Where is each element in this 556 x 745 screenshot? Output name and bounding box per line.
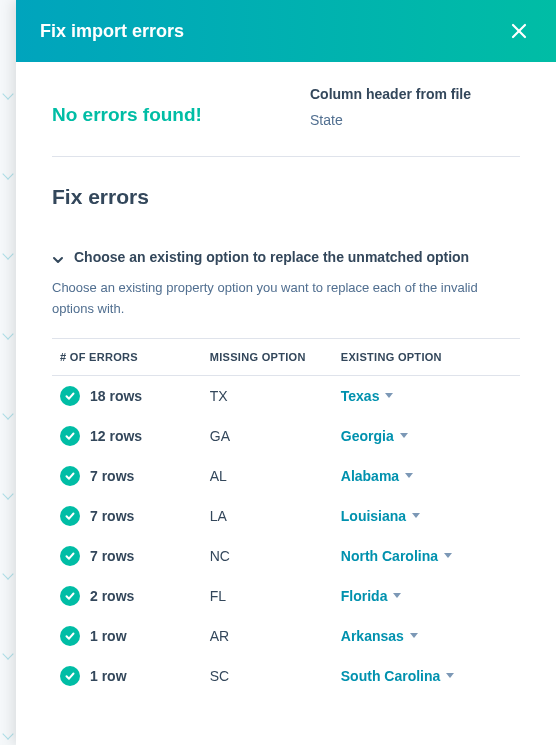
check-icon — [60, 386, 80, 406]
missing-option-cell: SC — [202, 656, 333, 696]
column-header-label: Column header from file — [310, 86, 520, 102]
existing-option-label: Louisiana — [341, 508, 406, 524]
existing-option-label: Florida — [341, 588, 388, 604]
missing-option-text: FL — [210, 588, 226, 604]
error-count-cell: 2 rows — [52, 576, 202, 616]
existing-option-cell: Texas — [333, 375, 520, 416]
caret-down-icon — [444, 553, 452, 558]
error-count-cell: 1 row — [52, 616, 202, 656]
no-errors-message: No errors found! — [52, 104, 286, 126]
caret-down-icon — [385, 393, 393, 398]
existing-option-dropdown[interactable]: Texas — [341, 388, 394, 404]
existing-option-dropdown[interactable]: Florida — [341, 588, 402, 604]
missing-option-text: GA — [210, 428, 230, 444]
missing-option-cell: AR — [202, 616, 333, 656]
check-icon — [60, 626, 80, 646]
table-row: 12 rowsGAGeorgia — [52, 416, 520, 456]
existing-option-cell: Alabama — [333, 456, 520, 496]
missing-option-text: TX — [210, 388, 228, 404]
error-count-text: 12 rows — [90, 428, 142, 444]
accordion-toggle[interactable]: Choose an existing option to replace the… — [52, 249, 520, 266]
col-header-existing: EXISTING OPTION — [333, 338, 520, 375]
missing-option-cell: GA — [202, 416, 333, 456]
caret-down-icon — [446, 673, 454, 678]
table-row: 1 rowSCSouth Carolina — [52, 656, 520, 696]
check-icon — [60, 506, 80, 526]
missing-option-cell: FL — [202, 576, 333, 616]
missing-option-cell: AL — [202, 456, 333, 496]
chevron-down-icon — [52, 254, 64, 266]
missing-option-cell: LA — [202, 496, 333, 536]
error-count-cell: 12 rows — [52, 416, 202, 456]
error-count-text: 7 rows — [90, 548, 134, 564]
column-header-value: State — [310, 112, 520, 128]
caret-down-icon — [405, 473, 413, 478]
check-icon — [60, 466, 80, 486]
close-button[interactable] — [506, 18, 532, 44]
error-count-cell: 7 rows — [52, 536, 202, 576]
caret-down-icon — [410, 633, 418, 638]
missing-option-text: AR — [210, 628, 229, 644]
existing-option-dropdown[interactable]: North Carolina — [341, 548, 452, 564]
error-count-text: 1 row — [90, 628, 127, 644]
missing-option-text: LA — [210, 508, 227, 524]
existing-option-cell: North Carolina — [333, 536, 520, 576]
existing-option-label: Alabama — [341, 468, 399, 484]
background-chevrons — [0, 0, 16, 745]
error-count-cell: 7 rows — [52, 496, 202, 536]
error-count-text: 7 rows — [90, 468, 134, 484]
error-count-text: 18 rows — [90, 388, 142, 404]
existing-option-label: Georgia — [341, 428, 394, 444]
close-icon — [510, 22, 528, 40]
table-row: 2 rowsFLFlorida — [52, 576, 520, 616]
existing-option-dropdown[interactable]: Georgia — [341, 428, 408, 444]
existing-option-label: North Carolina — [341, 548, 438, 564]
missing-option-cell: NC — [202, 536, 333, 576]
existing-option-cell: South Carolina — [333, 656, 520, 696]
table-row: 1 rowARArkansas — [52, 616, 520, 656]
errors-table: # OF ERRORS MISSING OPTION EXISTING OPTI… — [52, 338, 520, 696]
status-row: No errors found! Column header from file… — [52, 86, 520, 157]
caret-down-icon — [412, 513, 420, 518]
existing-option-dropdown[interactable]: South Carolina — [341, 668, 455, 684]
col-header-errors: # OF ERRORS — [52, 338, 202, 375]
table-row: 7 rowsNCNorth Carolina — [52, 536, 520, 576]
existing-option-dropdown[interactable]: Louisiana — [341, 508, 420, 524]
caret-down-icon — [393, 593, 401, 598]
existing-option-cell: Georgia — [333, 416, 520, 456]
modal-header: Fix import errors — [16, 0, 556, 62]
accordion-title: Choose an existing option to replace the… — [74, 249, 469, 265]
existing-option-label: Texas — [341, 388, 380, 404]
error-count-cell: 18 rows — [52, 375, 202, 416]
existing-option-cell: Louisiana — [333, 496, 520, 536]
error-count-cell: 1 row — [52, 656, 202, 696]
fix-import-errors-modal: Fix import errors No errors found! Colum… — [16, 0, 556, 745]
existing-option-dropdown[interactable]: Arkansas — [341, 628, 418, 644]
fix-errors-heading: Fix errors — [52, 185, 520, 209]
missing-option-text: AL — [210, 468, 227, 484]
col-header-missing: MISSING OPTION — [202, 338, 333, 375]
missing-option-text: NC — [210, 548, 230, 564]
existing-option-label: South Carolina — [341, 668, 441, 684]
existing-option-cell: Arkansas — [333, 616, 520, 656]
status-right: Column header from file State — [310, 86, 520, 128]
missing-option-cell: TX — [202, 375, 333, 416]
check-icon — [60, 666, 80, 686]
modal-body: No errors found! Column header from file… — [16, 62, 556, 745]
existing-option-cell: Florida — [333, 576, 520, 616]
caret-down-icon — [400, 433, 408, 438]
accordion-description: Choose an existing property option you w… — [52, 278, 520, 320]
missing-option-text: SC — [210, 668, 229, 684]
status-left: No errors found! — [52, 86, 286, 128]
table-row: 18 rowsTXTexas — [52, 375, 520, 416]
table-row: 7 rowsLALouisiana — [52, 496, 520, 536]
table-row: 7 rowsALAlabama — [52, 456, 520, 496]
error-count-text: 7 rows — [90, 508, 134, 524]
existing-option-label: Arkansas — [341, 628, 404, 644]
error-count-text: 1 row — [90, 668, 127, 684]
existing-option-dropdown[interactable]: Alabama — [341, 468, 413, 484]
error-count-cell: 7 rows — [52, 456, 202, 496]
check-icon — [60, 426, 80, 446]
modal-title: Fix import errors — [40, 21, 184, 42]
check-icon — [60, 546, 80, 566]
